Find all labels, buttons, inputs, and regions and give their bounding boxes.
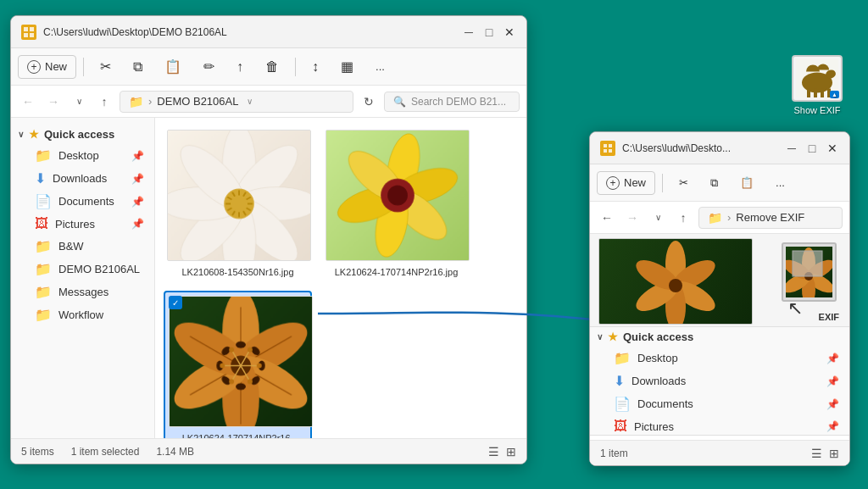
second-list-view-icon[interactable]: ☰ <box>811 447 822 460</box>
forward-button[interactable]: → <box>43 92 64 112</box>
second-back-button[interactable]: ← <box>597 208 617 228</box>
second-close-button[interactable]: ✕ <box>826 142 839 155</box>
second-address-bar: ← → ∨ ↑ 📁 › Remove EXIF <box>590 202 849 234</box>
rename-button[interactable]: ✏ <box>194 53 224 80</box>
sidebar-item-demo[interactable]: 📁 DEMO B2106AL <box>14 258 151 281</box>
main-content-area: LK210608-154350Nr16.jpg LK210624-170714N… <box>155 118 526 438</box>
sidebar-item-pictures[interactable]: 🖼 Pictures 📌 <box>14 213 151 235</box>
window-icon <box>21 25 36 40</box>
copy-button[interactable]: ⧉ <box>124 54 152 80</box>
maximize-button[interactable]: □ <box>482 25 496 39</box>
second-cut-button[interactable]: ✂ <box>670 171 698 194</box>
sidebar-item-documents[interactable]: 📄 Documents 📌 <box>14 190 151 213</box>
toolbar-separator-2 <box>295 58 296 76</box>
second-quick-access-label: Quick access <box>623 331 693 343</box>
sidebar-item-desktop[interactable]: 📁 Desktop 📌 <box>14 144 151 167</box>
second-qa-star-icon: ★ <box>608 331 618 343</box>
sidebar-downloads-label: Downloads <box>53 172 107 185</box>
pin-icon-downloads: 📌 <box>131 173 144 185</box>
close-button[interactable]: ✕ <box>503 25 516 39</box>
second-up-button[interactable]: ↑ <box>673 208 693 228</box>
second-minimize-button[interactable]: ─ <box>785 142 798 155</box>
item-count: 5 items <box>21 446 54 458</box>
folder-desktop-icon: 📁 <box>35 147 52 164</box>
file-item-flower[interactable]: LK210624-170714NP2r16.jpg <box>322 126 470 281</box>
second-status-bar: 1 item ☰ ⊞ <box>590 440 849 465</box>
file-item-magnolia[interactable]: LK210608-154350Nr16.jpg <box>164 126 312 281</box>
preview-small-canvas <box>786 247 832 297</box>
second-pin-docs: 📌 <box>826 398 839 410</box>
cut-icon: ✂ <box>100 58 111 75</box>
delete-button[interactable]: 🗑 <box>256 54 288 80</box>
svg-rect-7 <box>604 149 607 153</box>
rename-icon: ✏ <box>203 58 214 75</box>
sidebar-item-messages[interactable]: 📁 Messages <box>14 281 151 303</box>
svg-rect-6 <box>609 144 612 147</box>
sidebar-documents-label: Documents <box>58 195 114 208</box>
new-button[interactable]: + New <box>18 55 76 79</box>
second-address-path[interactable]: 📁 › Remove EXIF <box>698 207 843 229</box>
second-copy-button[interactable]: ⧉ <box>701 171 727 195</box>
second-pin-desktop: 📌 <box>826 353 839 364</box>
folder-pictures-icon: 🖼 <box>35 216 48 231</box>
svg-rect-4 <box>30 33 34 37</box>
folder-documents-icon: 📄 <box>35 193 52 209</box>
folder-workflow-icon: 📁 <box>35 307 52 323</box>
second-more-label: ... <box>776 176 785 189</box>
main-address-bar: ← → ∨ ↑ 📁 › DEMO B2106AL ∨ ↻ 🔍 Search DE… <box>11 86 526 118</box>
quick-access-section: ∨ ★ Quick access 📁 Desktop 📌 ⬇ Downloads… <box>11 125 154 326</box>
up-button[interactable]: ↑ <box>94 92 114 112</box>
view-icon-tb: ▦ <box>341 58 353 75</box>
second-chevron-down-icon: ∨ <box>597 332 603 342</box>
sidebar-item-bw[interactable]: 📁 B&W <box>14 235 151 258</box>
second-new-label: New <box>624 176 646 189</box>
sidebar-bw-label: B&W <box>58 240 84 253</box>
second-sidebar-documents[interactable]: 📄 Documents 📌 <box>593 392 846 415</box>
paste-button[interactable]: 📋 <box>155 53 191 80</box>
sidebar-demo-label: DEMO B2106AL <box>58 263 140 275</box>
sidebar-item-workflow[interactable]: 📁 Workflow <box>14 303 151 326</box>
second-quick-access-header[interactable]: ∨ ★ Quick access <box>590 327 849 347</box>
second-forward-button[interactable]: → <box>622 208 643 228</box>
share-icon: ↑ <box>236 59 243 75</box>
expand-button[interactable]: ∨ <box>69 92 89 112</box>
sort-button[interactable]: ↕ <box>303 54 328 80</box>
second-paste-button[interactable]: 📋 <box>731 171 763 194</box>
file-item-lily-selected[interactable]: ✓ LK210624-170714NP2r16-DEMO-1.jpg <box>164 291 312 438</box>
grid-view-icon[interactable]: ⊞ <box>506 445 516 458</box>
second-folder-downloads-icon: ⬇ <box>614 373 625 389</box>
second-grid-view-icon[interactable]: ⊞ <box>829 447 839 460</box>
search-box[interactable]: 🔍 Search DEMO B21... <box>384 92 520 112</box>
second-new-button[interactable]: + New <box>597 171 655 195</box>
show-exif-label: Show EXIF <box>793 105 840 115</box>
file-name-magnolia: LK210608-154350Nr16.jpg <box>167 267 309 277</box>
quick-access-header[interactable]: ∨ ★ Quick access <box>11 125 154 144</box>
flower-thumbnail <box>326 130 470 261</box>
second-folder-documents-icon: 📄 <box>614 396 631 412</box>
minimize-button[interactable]: ─ <box>462 25 476 39</box>
more-button[interactable]: ... <box>366 55 394 78</box>
second-more-button[interactable]: ... <box>766 171 794 194</box>
refresh-button[interactable]: ↻ <box>359 92 379 112</box>
second-maximize-button[interactable]: □ <box>805 142 819 155</box>
second-sidebar-desktop[interactable]: 📁 Desktop 📌 <box>593 347 846 370</box>
sidebar-item-downloads[interactable]: ⬇ Downloads 📌 <box>14 167 151 190</box>
second-path-text: Remove EXIF <box>736 211 804 224</box>
show-exif-desktop-icon[interactable]: ▲ Show EXIF <box>792 55 843 115</box>
second-pictures-label: Pictures <box>634 420 674 433</box>
cut-button[interactable]: ✂ <box>91 53 120 80</box>
second-sidebar-downloads[interactable]: ⬇ Downloads 📌 <box>593 370 846 392</box>
delete-icon: 🗑 <box>265 59 279 75</box>
second-expand-button[interactable]: ∨ <box>648 208 668 228</box>
back-button[interactable]: ← <box>18 92 38 112</box>
share-button[interactable]: ↑ <box>227 54 253 80</box>
list-view-icon[interactable]: ☰ <box>488 445 499 458</box>
window-title: C:\Users\ludwi\Desktop\DEMO B2106AL <box>43 26 462 38</box>
view-toggle: ☰ ⊞ <box>488 445 516 458</box>
second-folder-desktop-icon: 📁 <box>614 350 631 366</box>
address-path[interactable]: 📁 › DEMO B2106AL ∨ <box>120 91 353 113</box>
view-button[interactable]: ▦ <box>331 53 363 80</box>
second-pin-downloads: 📌 <box>826 375 839 387</box>
folder-bw-icon: 📁 <box>35 238 52 254</box>
second-documents-label: Documents <box>637 397 693 410</box>
